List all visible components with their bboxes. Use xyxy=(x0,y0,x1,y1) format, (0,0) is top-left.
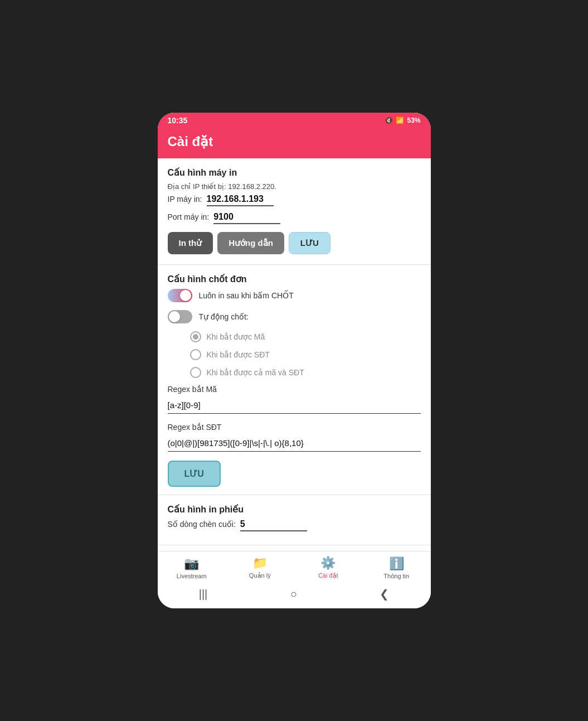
last-line-row: Số dòng chèn cuối: 5 xyxy=(168,519,421,531)
home-button[interactable]: ○ xyxy=(290,588,297,601)
always-print-toggle-knob xyxy=(180,290,191,301)
back-button[interactable]: ❮ xyxy=(380,587,389,601)
device-ip-info: Địa chỉ IP thiết bị: 192.168.2.220. xyxy=(168,182,421,191)
always-print-row: Luôn in sau khi bấm CHỐT xyxy=(168,289,421,302)
status-icons: 🔇 📶 53% xyxy=(385,117,420,124)
radio-sdt-option[interactable]: Khi bắt được SĐT xyxy=(168,349,421,360)
radio-sdt-label: Khi bắt được SĐT xyxy=(207,350,270,359)
print-ticket-title: Cấu hình in phiếu xyxy=(168,504,421,515)
auto-confirm-label: Tự động chốt: xyxy=(199,312,249,321)
order-config-title: Cấu hình chốt đơn xyxy=(168,274,421,284)
radio-sdt-circle xyxy=(190,349,201,360)
regex-ma-label: Regex bắt Mã xyxy=(168,385,421,394)
save-order-button[interactable]: LƯU xyxy=(168,461,221,487)
recents-button[interactable]: ||| xyxy=(199,588,208,601)
nav-label-quanly: Quản lý xyxy=(249,572,271,579)
bottom-nav: 📷 Livestream 📁 Quản lý ⚙️ Cài đặt ℹ️ Thô… xyxy=(158,551,431,582)
battery-label: 53% xyxy=(407,117,420,124)
info-icon: ℹ️ xyxy=(389,557,404,571)
regex-sdt-label: Regex bắt SĐT xyxy=(168,423,421,432)
radio-both-circle xyxy=(190,367,201,378)
printer-config-section: Cấu hình máy in Địa chỉ IP thiết bị: 192… xyxy=(158,158,431,265)
radio-ma-option[interactable]: Khi bắt được Mã xyxy=(168,331,421,342)
wifi-icon: 📶 xyxy=(396,117,404,124)
printer-port-value[interactable]: 9100 xyxy=(213,212,280,224)
radio-both-label: Khi bắt được cả mã và SĐT xyxy=(207,368,304,377)
camera-icon: 📷 xyxy=(184,557,199,571)
radio-both-option[interactable]: Khi bắt được cả mã và SĐT xyxy=(168,367,421,378)
page-title: Cài đặt xyxy=(168,134,421,149)
content-area: Cấu hình máy in Địa chỉ IP thiết bị: 192… xyxy=(158,158,431,551)
guide-button[interactable]: Hướng dẫn xyxy=(217,232,284,254)
printer-ip-value[interactable]: 192.168.1.193 xyxy=(207,194,274,206)
always-print-toggle[interactable] xyxy=(168,289,192,302)
last-line-label: Số dòng chèn cuối: xyxy=(168,520,236,529)
last-line-value[interactable]: 5 xyxy=(240,519,307,531)
nav-label-livestream: Livestream xyxy=(177,573,207,579)
nav-label-caidat: Cài đặt xyxy=(318,572,338,579)
system-nav: ||| ○ ❮ xyxy=(158,582,431,608)
phone-frame: 10:35 🔇 📶 53% Cài đặt Cấu hình máy in Đị… xyxy=(158,113,431,608)
radio-ma-inner xyxy=(193,334,198,340)
order-config-section: Cấu hình chốt đơn Luôn in sau khi bấm CH… xyxy=(158,265,431,495)
status-bar: 10:35 🔇 📶 53% xyxy=(158,113,431,128)
device-ip-label: Địa chỉ IP thiết bị: xyxy=(168,182,226,191)
auto-confirm-row: Tự động chốt: xyxy=(168,310,421,323)
printer-config-title: Cấu hình máy in xyxy=(168,167,421,178)
printer-port-row: Port máy in: 9100 xyxy=(168,212,421,224)
nav-item-thongtin[interactable]: ℹ️ Thông tin xyxy=(380,557,413,579)
test-print-button[interactable]: In thử xyxy=(168,232,213,254)
gear-icon: ⚙️ xyxy=(320,556,336,570)
regex-ma-input[interactable] xyxy=(168,398,421,414)
printer-buttons-row: In thử Hướng dẫn LƯU xyxy=(168,232,421,254)
regex-sdt-input[interactable] xyxy=(168,436,421,452)
radio-ma-label: Khi bắt được Mã xyxy=(207,332,265,341)
radio-ma-circle xyxy=(190,331,201,342)
folder-icon: 📁 xyxy=(252,556,268,570)
device-ip-value: 192.168.2.220. xyxy=(228,182,276,191)
nav-item-livestream[interactable]: 📷 Livestream xyxy=(175,557,208,579)
auto-confirm-toggle[interactable] xyxy=(168,310,192,323)
always-print-label: Luôn in sau khi bấm CHỐT xyxy=(199,291,294,300)
printer-ip-row: IP máy in: 192.168.1.193 xyxy=(168,194,421,206)
regex-ma-group: Regex bắt Mã xyxy=(168,385,421,414)
mute-icon: 🔇 xyxy=(385,117,393,124)
app-header: Cài đặt xyxy=(158,128,431,158)
print-ticket-section: Cấu hình in phiếu Số dòng chèn cuối: 5 xyxy=(158,495,431,545)
printer-port-label: Port máy in: xyxy=(168,212,210,221)
regex-sdt-group: Regex bắt SĐT xyxy=(168,423,421,452)
status-time: 10:35 xyxy=(168,116,188,125)
nav-item-caidat[interactable]: ⚙️ Cài đặt xyxy=(312,556,345,579)
nav-label-thongtin: Thông tin xyxy=(383,573,409,579)
auto-confirm-toggle-knob xyxy=(169,311,180,322)
save-printer-button[interactable]: LƯU xyxy=(289,232,331,254)
printer-ip-label: IP máy in: xyxy=(168,195,202,204)
nav-item-quanly[interactable]: 📁 Quản lý xyxy=(243,556,276,579)
